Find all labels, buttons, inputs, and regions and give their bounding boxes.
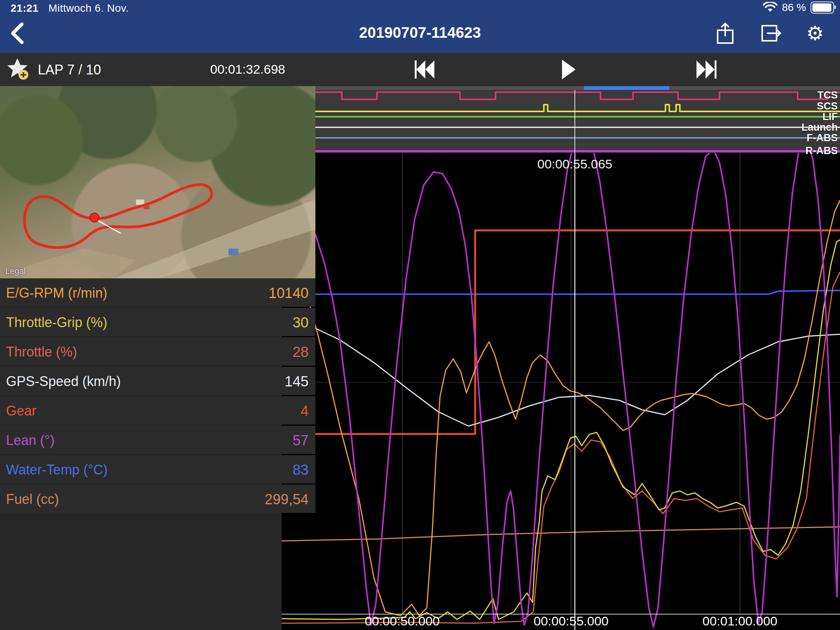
channel-value: 299,54 bbox=[265, 491, 309, 508]
play-button[interactable] bbox=[552, 59, 583, 80]
status-time: 21:21Mittwoch 6. Nov. bbox=[11, 2, 129, 14]
digital-channels-strip: TCSSCSLIFLaunchF-ABSR-ABS bbox=[315, 90, 840, 153]
clock-label: 21:21 bbox=[11, 2, 38, 14]
digital-channel-label: F-ABS bbox=[807, 132, 838, 144]
telemetry-chart[interactable]: 00:00:55.065 00:00:50.000 00:00:55.000 0… bbox=[282, 153, 840, 630]
table-row[interactable]: Water-Temp (°C)83 bbox=[0, 455, 315, 483]
gear-icon: ⚙ bbox=[805, 22, 826, 44]
channel-value: 145 bbox=[285, 374, 309, 390]
battery-percent: 86 % bbox=[782, 2, 806, 14]
table-row[interactable]: GPS-Speed (km/h)145 bbox=[0, 367, 315, 395]
channel-label: Gear bbox=[6, 403, 36, 419]
channel-label: E/G-RPM (r/min) bbox=[6, 285, 107, 301]
lap-time: 00:01:32.698 bbox=[206, 62, 285, 77]
channel-label: Water-Temp (°C) bbox=[6, 462, 107, 478]
track-trace bbox=[25, 185, 212, 248]
digital-channel-label: SCS bbox=[816, 101, 838, 112]
table-row[interactable]: Gear4 bbox=[0, 396, 315, 425]
lap-indicator: LAP 7 / 10 bbox=[38, 62, 101, 78]
page-title: 20190707-114623 bbox=[0, 24, 840, 41]
lap-scrubber-track[interactable] bbox=[315, 86, 840, 90]
channel-value: 10140 bbox=[268, 285, 309, 302]
playback-bar: LAP 7 / 10 00:01:32.698 bbox=[0, 53, 840, 86]
wifi-icon bbox=[763, 2, 777, 13]
channel-label: Lean (°) bbox=[6, 433, 54, 448]
digital-channel-label: TCS bbox=[817, 90, 838, 101]
x-axis-tick-1: 00:00:55.000 bbox=[534, 614, 609, 628]
table-row[interactable]: Fuel (cc)299,54 bbox=[0, 485, 315, 513]
track-map[interactable]: Legal bbox=[0, 86, 315, 278]
channel-label: Fuel (cc) bbox=[6, 491, 59, 507]
export-button[interactable] bbox=[761, 22, 782, 44]
table-row[interactable]: Lean (°)57 bbox=[0, 426, 315, 454]
date-label: Mittwoch 6. Nov. bbox=[48, 2, 129, 14]
settings-button[interactable]: ⚙ bbox=[805, 22, 826, 44]
channel-value: 57 bbox=[293, 433, 309, 449]
digital-channel-label: R-ABS bbox=[805, 145, 838, 157]
battery-icon bbox=[810, 2, 834, 14]
header: 21:21Mittwoch 6. Nov. 86 % 20190707-1146… bbox=[0, 0, 840, 53]
cursor-timestamp: 00:00:55.065 bbox=[537, 157, 613, 172]
channel-label: GPS-Speed (km/h) bbox=[6, 374, 121, 389]
channel-value: 83 bbox=[293, 462, 309, 478]
digital-channel-label: Launch bbox=[802, 122, 838, 133]
status-bar: 21:21Mittwoch 6. Nov. 86 % bbox=[0, 0, 840, 15]
digital-channel-label: LIF bbox=[823, 111, 838, 123]
share-button[interactable] bbox=[715, 22, 736, 44]
previous-lap-button[interactable] bbox=[409, 59, 439, 80]
x-axis-tick-0: 00:00:50.000 bbox=[365, 614, 440, 628]
runway-shape bbox=[113, 199, 315, 278]
x-axis-tick-2: 00:01:00.000 bbox=[703, 614, 778, 628]
channel-label: Throttle-Grip (%) bbox=[6, 315, 107, 330]
table-row[interactable]: E/G-RPM (r/min)10140 bbox=[0, 278, 315, 307]
map-legal-label[interactable]: Legal bbox=[5, 266, 26, 276]
left-panel: Legal E/G-RPM (r/min)10140Throttle-Grip … bbox=[0, 86, 315, 514]
favorite-lap-button[interactable] bbox=[7, 57, 33, 82]
table-row[interactable]: Throttle (%)28 bbox=[0, 337, 315, 366]
telemetry-value-table: E/G-RPM (r/min)10140Throttle-Grip (%)30T… bbox=[0, 278, 315, 514]
next-lap-button[interactable] bbox=[692, 59, 722, 80]
rider-position-dot bbox=[90, 213, 99, 222]
channel-value: 30 bbox=[293, 315, 309, 331]
channel-value: 28 bbox=[293, 344, 309, 360]
table-row[interactable]: Throttle-Grip (%)30 bbox=[0, 308, 315, 336]
channel-label: Throttle (%) bbox=[6, 344, 77, 360]
visible-window-indicator[interactable] bbox=[584, 86, 669, 90]
channel-value: 4 bbox=[301, 403, 309, 419]
